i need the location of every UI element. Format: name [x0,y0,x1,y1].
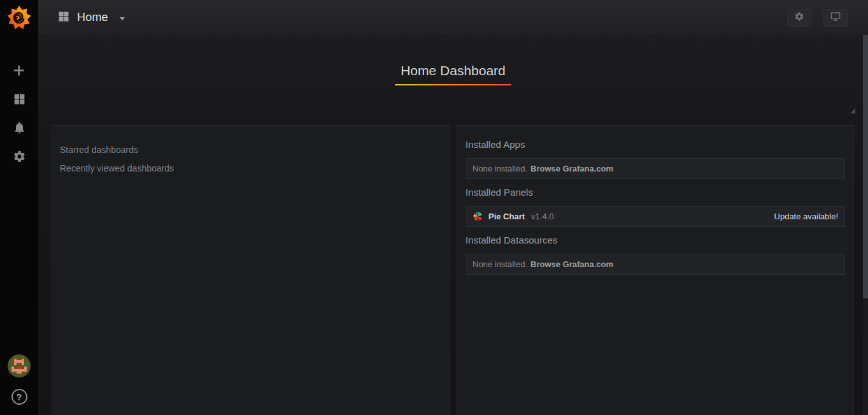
sidebar-item-alerting[interactable] [0,115,38,143]
grid-icon [57,10,70,25]
grid-icon [13,92,26,108]
plus-icon [13,64,26,80]
update-available-link[interactable]: Update available! [774,212,838,221]
browse-grafana-link[interactable]: Browse Grafana.com [530,164,613,173]
dashboard-picker[interactable]: Home [57,10,125,25]
vertical-scrollbar[interactable] [863,35,868,415]
installed-datasources-empty-row: None installed. Browse Grafana.com [466,254,845,275]
sidebar-item-create[interactable] [0,57,38,86]
plugin-row-pie-chart: Pie Chart v1.4.0 Update available! [466,206,845,227]
dashboard-canvas: Home Dashboard Starred dashboards Recent… [38,35,868,415]
browse-grafana-link[interactable]: Browse Grafana.com [530,259,613,269]
cycle-view-mode-button[interactable] [823,9,848,27]
chevron-down-icon [120,17,125,20]
side-menu: ? [0,0,38,415]
help-button[interactable]: ? [11,389,27,405]
plugin-name-link[interactable]: Pie Chart [488,212,525,221]
avatar [8,354,31,380]
monitor-icon [830,11,841,24]
installed-panels-heading: Installed Panels [466,187,845,198]
dashboard-settings-button[interactable] [787,9,811,27]
recently-viewed-dashboards-link[interactable]: Recently viewed dashboards [60,163,442,173]
installed-apps-heading: Installed Apps [466,139,845,150]
side-menu-top [0,57,38,172]
grafana-logo[interactable] [6,5,32,31]
sidebar-item-dashboards[interactable] [0,86,38,115]
page-title: Home Dashboard [395,63,511,85]
dashboard-picker-label: Home [77,11,108,24]
sidebar-item-configuration[interactable] [0,143,38,172]
panel-row: Starred dashboards Recently viewed dashb… [52,125,854,415]
dashboard-list-panel: Starred dashboards Recently viewed dashb… [52,125,450,415]
gear-icon [794,11,804,24]
question-icon: ? [17,392,22,402]
plugin-list-panel: Installed Apps None installed. Browse Gr… [457,125,854,415]
navbar: Home [38,0,868,35]
user-profile-button[interactable] [0,352,38,382]
navbar-actions [787,9,848,27]
installed-datasources-heading: Installed Datasources [466,235,845,245]
installed-apps-empty-row: None installed. Browse Grafana.com [466,158,845,179]
bell-icon [13,121,26,137]
datasources-empty-text: None installed. [473,259,527,269]
plugin-version: v1.4.0 [531,212,553,221]
apps-empty-text: None installed. [473,164,527,173]
side-menu-bottom: ? [0,352,38,405]
main-view: Home Home Dashboard Starred dashboards R… [38,0,868,415]
gear-icon [13,150,26,166]
pie-chart-icon [473,211,483,222]
title-panel: Home Dashboard [38,35,868,85]
panel-resize-handle[interactable] [850,108,855,113]
starred-dashboards-link[interactable]: Starred dashboards [60,145,442,155]
scrollbar-thumb[interactable] [863,35,868,298]
